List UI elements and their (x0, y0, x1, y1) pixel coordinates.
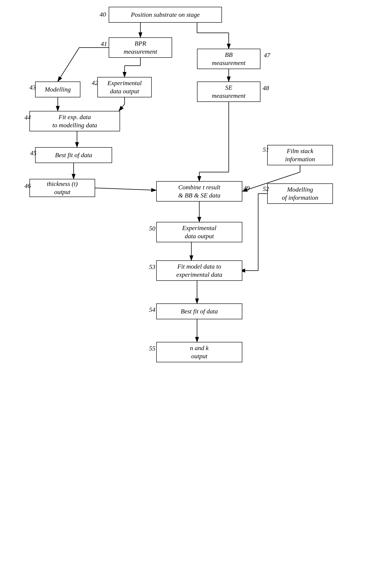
box-44: Fit exp. datato modelling data (30, 111, 120, 131)
box-51: Film stackinformation (267, 145, 333, 165)
ref-49: 49 (244, 184, 250, 192)
ref-55: 55 (149, 345, 155, 352)
box-52: Modellingof information (267, 184, 333, 204)
ref-46: 46 (24, 182, 31, 190)
box-54: Best fit of data (156, 304, 242, 319)
box-42: Experimentaldata output (98, 77, 152, 97)
box-53: Fit model data toexperimental data (156, 260, 242, 281)
box-45: Best fit of data (35, 147, 112, 163)
box-43: Modelling (35, 82, 80, 97)
svg-line-10 (58, 48, 79, 82)
box-48: SEmeasurement (197, 82, 260, 102)
box-49: Combine t result& BB & SE data (156, 181, 242, 202)
ref-43: 43 (30, 84, 36, 91)
ref-44: 44 (24, 114, 31, 121)
box-50: Experimentaldata output (156, 222, 242, 242)
box-55: n and koutput (156, 342, 242, 362)
ref-54: 54 (149, 306, 155, 314)
flowchart-diagram: Position substrate on stage 40 BPRmeasur… (0, 0, 392, 584)
ref-42: 42 (92, 79, 98, 86)
ref-51: 51 (263, 146, 269, 153)
ref-48: 48 (263, 84, 269, 92)
svg-line-16 (95, 188, 156, 190)
box-46: thickness (t)output (30, 179, 95, 197)
ref-53: 53 (149, 263, 155, 270)
ref-41: 41 (101, 40, 107, 48)
ref-50: 50 (149, 225, 155, 232)
ref-47: 47 (264, 52, 270, 59)
box-40: Position substrate on stage (109, 7, 222, 23)
ref-52: 52 (263, 185, 269, 192)
box-41: BPRmeasurement (109, 37, 172, 58)
ref-40: 40 (100, 11, 106, 18)
ref-45: 45 (30, 150, 36, 157)
box-47: BBmeasurement (197, 49, 260, 69)
svg-line-13 (119, 104, 124, 111)
